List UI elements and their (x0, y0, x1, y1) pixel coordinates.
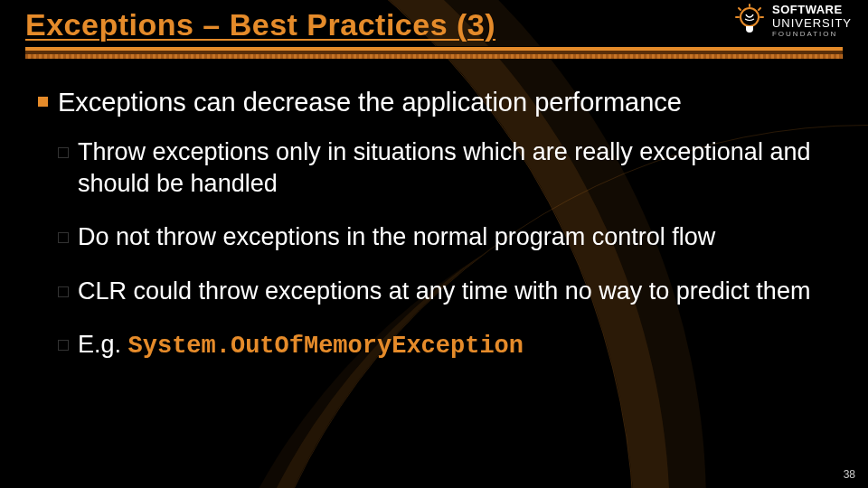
brand-line-1: SOFTWARE (772, 4, 852, 15)
bullet-sub-2: Do not throw exceptions in the normal pr… (58, 221, 830, 253)
brand-logo: SOFTWARE UNIVERSITY FOUNDATION (734, 4, 852, 38)
brand-line-3: FOUNDATION (772, 31, 852, 38)
slide-body: Exceptions can decrease the application … (0, 64, 868, 362)
bullet-main: Exceptions can decrease the application … (38, 86, 830, 362)
example-code: System.OutOfMemoryException (128, 333, 524, 360)
bullet-sub-3: CLR could throw exceptions at any time w… (58, 276, 830, 307)
bullet-sub-4: E.g. System.OutOfMemoryException (58, 329, 830, 362)
page-number: 38 (844, 468, 855, 481)
brand-text: SOFTWARE UNIVERSITY FOUNDATION (772, 4, 852, 38)
lightbulb-icon (734, 4, 765, 38)
brand-line-2: UNIVERSITY (772, 17, 852, 29)
title-underline-stripe (25, 46, 843, 59)
slide-title: Exceptions – Best Practices (3) (25, 7, 843, 42)
example-prefix: E.g. (78, 331, 128, 358)
bullet-main-text: Exceptions can decrease the application … (58, 88, 682, 117)
bullet-sub-1: Throw exceptions only in situations whic… (58, 136, 830, 200)
title-bar: Exceptions – Best Practices (3) SOFTWARE… (0, 0, 868, 64)
